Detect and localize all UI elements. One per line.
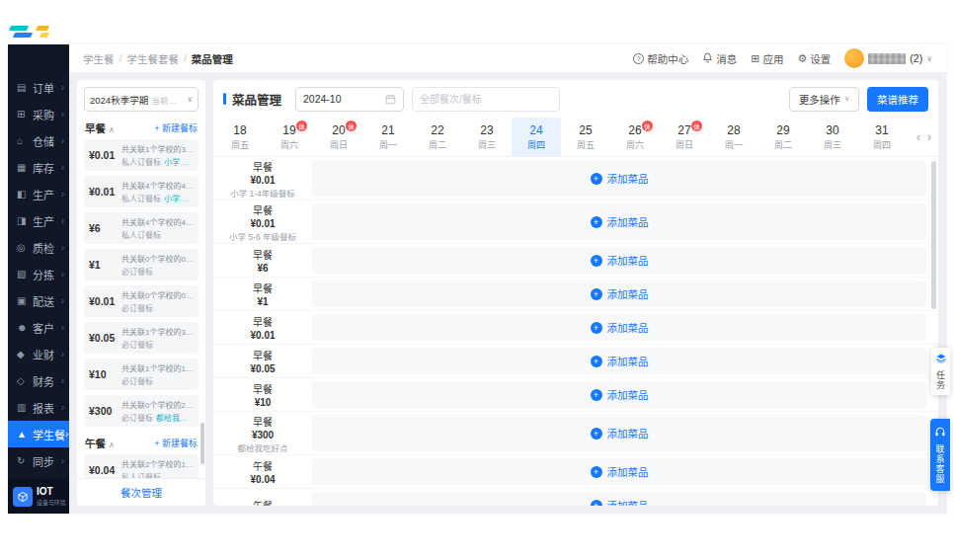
date-number: 27	[677, 123, 690, 137]
meal-filter-input[interactable]	[420, 94, 552, 105]
sidebar-item-inventory[interactable]: ▦库存›	[8, 154, 69, 181]
month-picker[interactable]: 2024-10	[295, 87, 404, 112]
settings-button[interactable]: ⚙ 设置	[797, 51, 831, 66]
add-dish-button[interactable]: +添加菜品	[312, 247, 926, 274]
add-dish-button[interactable]: +添加菜品	[312, 458, 926, 485]
chevron-right-icon: ›	[61, 189, 64, 200]
meal-type: 早餐	[253, 202, 273, 217]
date-tab-26[interactable]: 休26周六	[610, 118, 660, 156]
add-dish-button[interactable]: +添加菜品	[312, 415, 926, 451]
meal-type: 早餐	[253, 159, 273, 174]
meal-standard-card[interactable]: ¥0.01共关联0个学校的0个班级必订餐标	[84, 285, 199, 317]
sidebar-item-business-finance[interactable]: ◆业财›	[8, 341, 69, 367]
date-tab-21[interactable]: 21周一	[363, 118, 413, 156]
meal-standard-card[interactable]: ¥1共关联0个学校的0个班级必订餐标	[84, 249, 199, 280]
help-center-button[interactable]: ? 帮助中心	[633, 51, 688, 66]
chevron-right-icon[interactable]: ›	[927, 130, 931, 144]
month-value: 2024-10	[303, 93, 342, 105]
new-meal-standard-button[interactable]: + 新建餐标	[154, 437, 198, 449]
sidebar-item-student-meal[interactable]: ▲学生餐›	[8, 421, 69, 447]
main-scrollbar-thumb[interactable]	[931, 161, 936, 309]
customer-icon: ☻	[17, 322, 29, 333]
meal-standard-info: 共关联1个学校的3个班级必订餐标	[121, 326, 194, 350]
meal-standard-tag: 必订餐标	[121, 412, 153, 423]
date-tab-23[interactable]: 23周三	[462, 118, 512, 156]
sidebar-item-sync[interactable]: ↻同步›	[8, 447, 69, 474]
date-tab-19[interactable]: 休19周六	[265, 118, 314, 156]
add-dish-button[interactable]: +添加菜品	[312, 280, 926, 307]
add-dish-button[interactable]: +添加菜品	[312, 348, 926, 374]
more-actions-button[interactable]: 更多操作 ∨	[789, 87, 859, 112]
inventory-icon: ▦	[17, 162, 29, 173]
meal-standard-tags: 必订餐标都给我吃好点	[121, 412, 194, 423]
meal-standard-card[interactable]: ¥0.05共关联1个学校的3个班级必订餐标	[84, 322, 199, 354]
sidebar-item-sorting[interactable]: ▧分拣›	[8, 261, 69, 287]
date-number: 25	[579, 123, 592, 137]
date-weekday: 周三	[824, 138, 841, 151]
meal-group-title[interactable]: 早餐 ∧	[85, 120, 115, 135]
user-menu[interactable]: (2) ∨	[844, 48, 932, 68]
customer-service-float-button[interactable]: 联系客服	[930, 419, 950, 491]
date-tab-22[interactable]: 22周二	[413, 118, 462, 156]
plus-circle-icon: +	[591, 216, 602, 228]
date-strip-pager: ‹ ›	[916, 118, 936, 156]
meal-standard-card[interactable]: ¥10共关联1个学校的15个班级必订餐标	[84, 359, 199, 390]
meal-standard-card[interactable]: ¥6共关联4个学校的4个班级私人订餐标	[84, 212, 199, 244]
breadcrumb-item[interactable]: 学生餐	[83, 51, 115, 66]
add-dish-button[interactable]: +添加菜品	[312, 492, 926, 506]
add-dish-button[interactable]: +添加菜品	[312, 203, 926, 240]
sidebar-item-customer[interactable]: ☻客户›	[8, 314, 69, 341]
messages-button[interactable]: 消息	[702, 51, 737, 66]
breadcrumb-item[interactable]: 学生餐套餐	[126, 51, 179, 66]
date-tab-24[interactable]: 24周四	[512, 118, 561, 156]
sidebar-item-purchase[interactable]: ⊞采购›	[8, 101, 69, 127]
meal-note: 小学 1-4年级餐标	[230, 187, 295, 199]
report-icon: ▥	[17, 402, 29, 413]
meal-standard-info: 共关联0个学校的0个班级必订餐标	[121, 289, 194, 313]
sidebar-item-order[interactable]: ▤订单›	[8, 74, 69, 101]
chevron-left-icon[interactable]: ‹	[916, 130, 920, 144]
sidebar-item-finance[interactable]: ◇财务›	[8, 367, 69, 394]
meal-standard-card[interactable]: ¥300共关联0个学校的2个班级必订餐标都给我吃好点	[84, 395, 199, 427]
date-tab-18[interactable]: 18周五	[215, 118, 265, 156]
date-tab-29[interactable]: 29周二	[758, 118, 808, 156]
meal-group-header: 午餐 ∧+ 新建餐标	[77, 432, 205, 454]
sidebar-item-report[interactable]: ▥报表›	[8, 394, 69, 421]
meal-time-manage-button[interactable]: 餐次管理	[77, 478, 205, 506]
date-weekday: 周五	[577, 138, 595, 151]
sidebar-item-production[interactable]: ◧生产›	[8, 181, 69, 207]
date-number: 24	[529, 123, 542, 137]
sidebar-item-delivery[interactable]: ▣配送›	[8, 287, 69, 314]
date-tab-25[interactable]: 25周五	[561, 118, 610, 156]
add-dish-button[interactable]: +添加菜品	[312, 160, 926, 197]
sidebar-item-quality[interactable]: ◎质检›	[8, 234, 69, 261]
date-tab-30[interactable]: 30周三	[808, 118, 857, 156]
date-weekday: 周六	[626, 138, 644, 151]
new-meal-standard-button[interactable]: + 新建餐标	[154, 121, 198, 134]
menu-row: 午餐+添加菜品	[213, 489, 938, 506]
meal-group-title[interactable]: 午餐 ∧	[85, 436, 115, 450]
recipe-recommend-button[interactable]: 菜谱推荐	[867, 87, 928, 112]
meal-standard-card[interactable]: ¥0.01共关联4个学校的4个班级私人订餐标小学 5-6 年级餐标	[84, 176, 199, 207]
meal-standard-price: ¥10	[89, 368, 117, 380]
panel-scrollbar-thumb[interactable]	[200, 423, 204, 464]
breadcrumb-item[interactable]: 菜品管理	[192, 51, 233, 66]
date-tab-27[interactable]: 休27周日	[660, 118, 709, 156]
add-dish-button[interactable]: +添加菜品	[312, 381, 926, 408]
date-tab-20[interactable]: 休20周日	[314, 118, 363, 156]
meal-standard-relation: 共关联0个学校的0个班级	[121, 289, 194, 300]
apps-button[interactable]: ⊞ 应用	[751, 51, 783, 66]
date-tab-28[interactable]: 28周一	[709, 118, 758, 156]
date-number: 23	[480, 123, 493, 137]
meal-standard-tag: 都给我吃好点	[156, 412, 194, 423]
add-dish-button[interactable]: +添加菜品	[312, 314, 926, 341]
task-float-button[interactable]: 任务	[931, 348, 950, 395]
meal-standard-card[interactable]: ¥0.01共关联1个学校的3个班级私人订餐标小学 1-4年级餐标	[84, 139, 199, 171]
sidebar-item-warehouse[interactable]: ⌂仓储›	[8, 127, 69, 154]
meal-standard-price: ¥0.05	[89, 332, 117, 344]
add-dish-label: 添加菜品	[607, 253, 649, 268]
semester-select[interactable]: 2024秋季学期 当前学期 ∨	[84, 87, 199, 112]
date-tab-31[interactable]: 31周四	[857, 118, 907, 156]
meal-standard-card[interactable]: ¥0.04共关联2个学校的12个班级私人订餐标	[84, 454, 199, 478]
sidebar-item-production2[interactable]: ◨生产›	[8, 207, 69, 234]
